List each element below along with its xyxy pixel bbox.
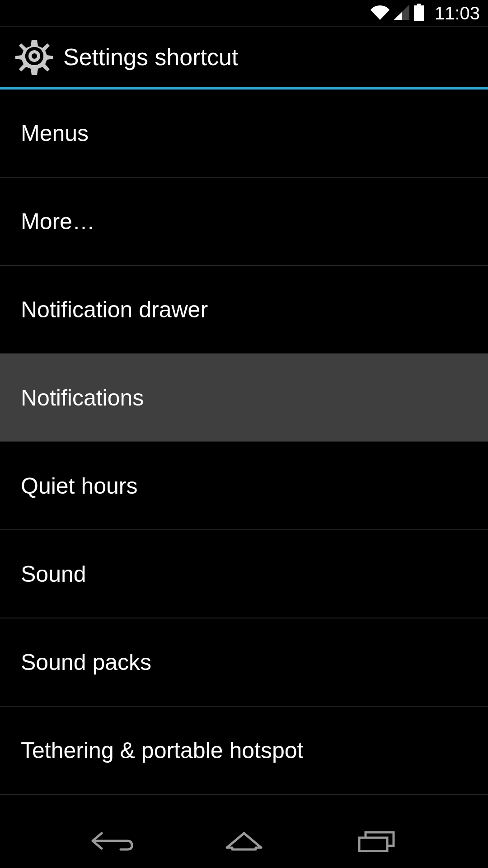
list-item-label: Sound	[21, 561, 86, 587]
svg-rect-7	[359, 838, 387, 851]
battery-icon	[414, 4, 424, 23]
status-time: 11:03	[435, 3, 480, 24]
list-item-label: Menus	[21, 120, 89, 146]
list-item-sound-packs[interactable]: Sound packs	[0, 618, 488, 707]
list-item-label: Notifications	[21, 385, 144, 411]
list-item-notifications[interactable]: Notifications	[0, 354, 488, 442]
list-item-label: Tethering & portable hotspot	[21, 737, 303, 764]
list-item-label: More…	[21, 208, 95, 235]
list-item-tethering[interactable]: Tethering & portable hotspot	[0, 707, 488, 795]
back-button[interactable]	[80, 825, 143, 857]
header: Settings shortcut	[0, 27, 488, 90]
list-item-label: Notification drawer	[21, 297, 208, 323]
settings-list: Menus More… Notification drawer Notifica…	[0, 90, 488, 795]
svg-point-6	[32, 53, 37, 59]
list-item-quiet-hours[interactable]: Quiet hours	[0, 442, 488, 530]
header-title: Settings shortcut	[63, 43, 238, 71]
home-button[interactable]	[212, 825, 276, 857]
list-item-menus[interactable]: Menus	[0, 90, 488, 178]
wifi-icon	[371, 5, 389, 22]
status-icons: 11:03	[371, 3, 480, 24]
svg-rect-0	[417, 4, 421, 5]
list-item-label: Sound packs	[21, 649, 151, 675]
recent-apps-button[interactable]	[345, 825, 408, 857]
svg-rect-1	[414, 5, 424, 21]
list-item-more[interactable]: More…	[0, 178, 488, 266]
navigation-bar	[0, 814, 488, 868]
list-item-notification-drawer[interactable]: Notification drawer	[0, 266, 488, 354]
list-item-sound[interactable]: Sound	[0, 530, 488, 618]
cellular-icon	[394, 5, 409, 22]
list-item-label: Quiet hours	[21, 473, 137, 499]
gear-icon	[15, 37, 53, 77]
status-bar: 11:03	[0, 0, 488, 27]
